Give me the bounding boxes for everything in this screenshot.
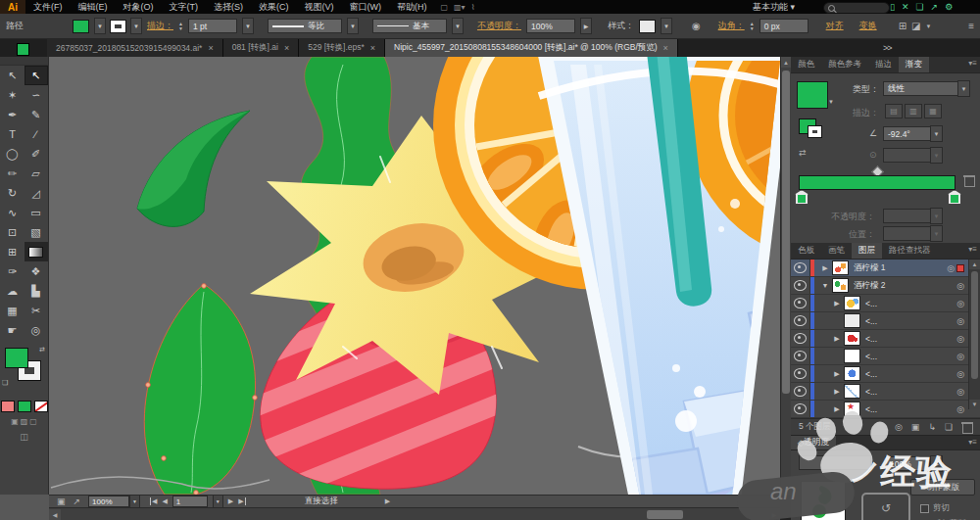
aspect-dropdown-icon[interactable]: ▼ (930, 147, 943, 164)
menu-item-6[interactable]: 效果(C) (251, 0, 297, 14)
scroll-down-icon[interactable]: ▼ (781, 484, 791, 495)
delete-stop-icon[interactable] (963, 175, 974, 186)
profile-dropdown-icon[interactable]: ▼ (347, 18, 359, 34)
style-dropdown-icon[interactable]: ▼ (661, 18, 672, 34)
close-tab-icon[interactable]: × (663, 43, 668, 53)
scroll-up-icon[interactable]: ▲ (781, 57, 791, 68)
vertical-scrollbar[interactable]: ▲ ▼ (780, 57, 791, 495)
status-expand-icon[interactable]: ▶ (385, 497, 390, 505)
mesh-tool[interactable]: ⊞ (1, 242, 24, 261)
stroke-weight-label[interactable]: 描边： (147, 20, 173, 32)
artboard-icon[interactable]: ▣ (57, 496, 66, 506)
gradient-type-select[interactable]: 线性 (883, 81, 961, 96)
first-artboard-icon[interactable]: ◀ (150, 497, 157, 505)
target-icon[interactable]: ◎ (956, 369, 964, 379)
tab-overflow-icon[interactable]: >> (883, 43, 892, 53)
type-tool[interactable]: T (1, 124, 24, 144)
none-button[interactable] (34, 401, 48, 412)
target-icon[interactable]: ◎ (956, 404, 964, 414)
layer-row[interactable]: ▼酒柠檬 2◎ (791, 277, 980, 295)
free-transform-tool[interactable]: ▭ (24, 203, 48, 222)
screen-mode-button[interactable]: ◫ (0, 432, 48, 442)
color-button[interactable] (1, 401, 15, 412)
layer-row[interactable]: ▶酒柠檬 1◎ (791, 260, 980, 277)
recolor-artwork-icon[interactable]: ◉ (692, 21, 701, 31)
artboard-tool[interactable]: ▦ (1, 301, 24, 320)
close-tab-icon[interactable]: × (208, 43, 213, 53)
visibility-toggle[interactable] (791, 312, 810, 329)
mask-thumbnail-placeholder[interactable]: ↺ (861, 493, 910, 520)
panel-tab-图层[interactable]: 图层 (852, 243, 882, 259)
opacity-value[interactable]: 100% (526, 19, 575, 33)
panel-menu-icon[interactable]: ▾≡ (968, 59, 977, 68)
layer-thumbnail[interactable] (844, 349, 860, 363)
style-swatch[interactable] (639, 20, 656, 33)
expand-arrow-icon[interactable]: ▶ (830, 405, 844, 413)
gradient-swatch-dropdown-icon[interactable]: ▼ (828, 99, 834, 105)
menu-item-2[interactable]: 编辑(E) (71, 0, 116, 14)
stroke-across-icon[interactable]: ▦ (924, 104, 942, 118)
new-sublayer-icon[interactable]: ↳ (928, 422, 936, 432)
target-icon[interactable]: ◎ (956, 387, 964, 397)
new-layer-icon[interactable]: ❏ (945, 422, 953, 432)
panel-tab-描边[interactable]: 描边 (868, 57, 899, 72)
document-tab[interactable]: 26785037_20180515203915499034.ai*× (47, 39, 223, 57)
layer-thumbnail[interactable] (844, 331, 860, 346)
scroll-left-icon[interactable]: ◀ (49, 509, 61, 520)
opacity-label[interactable]: 不透明度： (477, 20, 521, 32)
visibility-toggle[interactable] (791, 277, 810, 294)
layer-thumbnail[interactable] (844, 313, 860, 328)
align-link[interactable]: 对齐 (826, 20, 844, 32)
menu-item-7[interactable]: 视图(V) (297, 0, 342, 14)
direct-selection-tool[interactable]: ↖ (24, 66, 48, 85)
zoom-level-box[interactable]: 100% (88, 496, 129, 507)
stroke-dropdown-icon[interactable]: ▼ (130, 18, 142, 34)
layer-row[interactable]: ▶<...◎ (791, 330, 980, 348)
clipping-mask-icon[interactable]: ▣ (911, 422, 920, 432)
share-icon[interactable]: ↗ (931, 1, 939, 13)
blend-tool[interactable]: ❖ (24, 261, 48, 281)
lasso-tool[interactable]: ∽ (24, 85, 48, 105)
draw-inside-icon[interactable]: ▢ (29, 417, 37, 426)
stroke-weight-value[interactable]: 1 pt (188, 19, 237, 33)
gradient-tool[interactable] (24, 242, 48, 261)
tools-panel-grip[interactable] (0, 57, 48, 66)
corner-value[interactable]: 0 px (760, 19, 808, 33)
zoom-dropdown-icon[interactable]: ▼ (129, 495, 140, 508)
line-segment-tool[interactable]: ∕ (24, 124, 48, 144)
visibility-toggle[interactable] (791, 365, 810, 382)
blend-mode-select[interactable] (799, 455, 871, 470)
panel-menu-icon[interactable]: ▾≡ (968, 245, 977, 254)
eyedropper-tool[interactable]: ✑ (1, 261, 24, 281)
expand-arrow-icon[interactable]: ▶ (830, 335, 844, 343)
stroke-weight-dropdown-icon[interactable]: ▼ (242, 18, 254, 34)
layers-scroll-down-icon[interactable]: ▼ (969, 400, 980, 409)
fill-proxy-swatch[interactable] (17, 43, 29, 56)
stop-position-value[interactable] (883, 226, 934, 241)
target-icon[interactable]: ◎ (947, 263, 955, 273)
target-icon[interactable]: ◎ (956, 281, 964, 291)
share-screen-icon[interactable]: ↗ (74, 496, 81, 506)
vertical-scroll-thumb[interactable] (782, 71, 790, 394)
ellipse-tool[interactable]: ◯ (1, 144, 24, 164)
layer-thumbnail[interactable] (832, 260, 849, 275)
target-icon[interactable]: ◎ (956, 334, 964, 344)
visibility-toggle[interactable] (791, 348, 810, 364)
close-tab-icon[interactable]: × (284, 43, 289, 53)
menu-item-9[interactable]: 帮助(H) (389, 0, 435, 14)
fill-color-indicator[interactable] (5, 348, 28, 368)
panel-tab-渐变[interactable]: 渐变 (899, 57, 929, 72)
draw-behind-icon[interactable]: ▨ (21, 417, 28, 426)
transform-link[interactable]: 变换 (859, 20, 877, 32)
isolate-icon[interactable]: ⊞ (899, 21, 906, 31)
stop-position-dropdown-icon[interactable]: ▼ (930, 225, 943, 242)
pencil-tool[interactable]: ✏ (1, 164, 24, 183)
stroke-color-swatch[interactable] (111, 21, 125, 32)
expand-arrow-icon[interactable]: ▶ (818, 264, 832, 272)
gradient-slider[interactable] (799, 175, 956, 190)
scale-tool[interactable]: ◿ (24, 183, 48, 203)
expand-arrow-icon[interactable]: ▶ (830, 370, 844, 378)
target-icon[interactable]: ◎ (956, 316, 964, 326)
opacity-dropdown-icon[interactable]: ▶ (580, 18, 592, 34)
make-mask-button[interactable]: 制作蒙版 (910, 479, 975, 496)
